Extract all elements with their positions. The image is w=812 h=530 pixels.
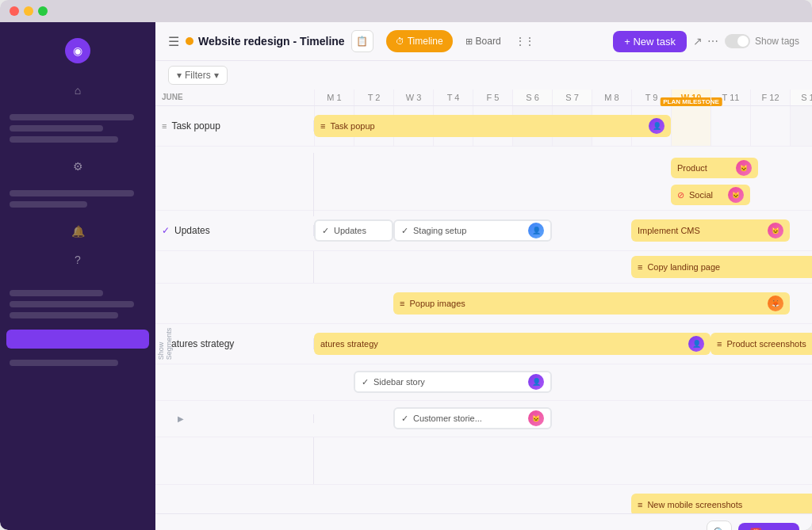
app-logo[interactable]: ◉ <box>65 38 90 63</box>
task-bar-product-screenshots[interactable]: ≡ Product screenshots 🦊 <box>710 333 812 355</box>
task-label-text: atures strategy <box>171 338 234 349</box>
maximize-button[interactable] <box>38 6 48 16</box>
bar-icon: ≡ <box>400 299 404 308</box>
cal-col-m1: M 1 <box>314 90 354 105</box>
filters-button[interactable]: ▾ Filters ▾ <box>168 66 228 85</box>
sidebar-item-notifications[interactable]: 🔔 <box>65 219 90 244</box>
tab-timeline[interactable]: ⏱ Timeline <box>386 30 453 52</box>
task-bar-sidebar-story[interactable]: ✓ Sidebar story 👤 <box>354 371 552 393</box>
bar-label: Copy landing page <box>647 262 720 272</box>
bar-label: New mobile screenshots <box>647 500 742 509</box>
task-bar-product[interactable]: Product 🐱 <box>671 158 758 178</box>
bottom-bar: 🔍 📅 2022 <box>155 513 812 530</box>
sidebar-placeholder <box>10 360 118 366</box>
avatar: 🐱 <box>768 223 783 238</box>
bar-label: Product <box>677 163 707 173</box>
task-bar-social[interactable]: ⊘ Social 🐱 <box>671 185 750 205</box>
cal-col-f5: F 5 <box>473 90 512 105</box>
task-bar-task-popup[interactable]: ≡ Task popup 👤 <box>314 115 671 137</box>
avatar: 🐱 <box>528 410 544 426</box>
minimize-button[interactable] <box>24 6 33 16</box>
sidebar-placeholder <box>10 136 118 143</box>
more-views-icon[interactable]: ⋮⋮ <box>514 30 536 52</box>
sidebar-placeholder <box>10 301 134 307</box>
task-icon: ≡ <box>162 121 167 131</box>
more-options-icon[interactable]: ⋯ <box>707 35 718 48</box>
show-tags-label: Show tags <box>755 36 799 47</box>
new-task-button[interactable]: + New task <box>613 31 687 52</box>
sidebar-placeholder <box>10 201 87 208</box>
bar-label: Staging setup <box>413 226 466 235</box>
project-title: Website redesign - Timeline <box>198 35 345 48</box>
task-bar-updates-label[interactable]: ✓ Updates <box>314 219 393 242</box>
year-button[interactable]: 📅 2022 <box>738 523 799 531</box>
sidebar-item-help[interactable]: ? <box>65 247 90 273</box>
cal-col-t4: T 4 <box>433 90 473 105</box>
bar-label: Popup images <box>409 299 465 308</box>
sidebar-active-item[interactable] <box>6 330 149 349</box>
bar-label: Updates <box>334 226 366 235</box>
cal-col-s13: S 13 <box>790 90 812 105</box>
cal-col-s7: S 7 <box>552 90 592 105</box>
check-icon: ✓ <box>162 225 170 236</box>
task-bar-popup-images[interactable]: ≡ Popup images 🦊 <box>393 292 790 315</box>
spacer-row <box>155 437 812 485</box>
bar-label: Task popup <box>330 121 374 131</box>
task-label-updates: ✓ Updates <box>155 225 314 236</box>
avatar: 👤 <box>649 118 665 134</box>
task-bar-staging-setup[interactable]: ✓ Staging setup 👤 <box>393 219 552 242</box>
cal-col-t2: T 2 <box>354 90 393 105</box>
window: ◉ ⌂ ⚙ 🔔 ? <box>0 0 812 530</box>
sidebar-placeholder <box>10 312 118 318</box>
task-label-empty <box>155 153 314 216</box>
cal-col-s6: S 6 <box>512 90 552 105</box>
gantt-cell <box>710 106 750 146</box>
task-bar-copy-landing-page[interactable]: ≡ Copy landing page <box>631 256 812 278</box>
timeline-icon: ⏱ <box>396 36 404 46</box>
share-icon[interactable]: ↗ <box>693 35 703 48</box>
avatar: 👤 <box>688 336 704 352</box>
sidebar-item-settings[interactable]: ⚙ <box>65 154 90 179</box>
timeline-container[interactable]: JUNE M 1 T 2 W 3 T 4 F 5 S 6 S 7 M 8 T 9 <box>155 90 812 513</box>
check-icon: ✓ <box>401 226 408 236</box>
sidebar-item-home[interactable]: ⌂ <box>65 78 90 103</box>
empty-label <box>155 437 314 484</box>
menu-icon[interactable]: ☰ <box>168 34 179 49</box>
check-icon: ✓ <box>322 226 329 236</box>
calendar-header: JUNE M 1 T 2 W 3 T 4 F 5 S 6 S 7 M 8 T 9 <box>155 90 812 106</box>
show-tags-toggle[interactable] <box>725 34 750 48</box>
task-bar-implement-cms[interactable]: Implement CMS 🐱 <box>631 219 790 242</box>
task-bar-features-strategy[interactable]: atures strategy 👤 <box>314 333 710 355</box>
avatar: 👤 <box>528 223 544 238</box>
sidebar-placeholder <box>10 125 103 132</box>
gantt-cell <box>750 106 790 146</box>
cal-col-f12: F 12 <box>750 90 790 105</box>
bar-label: atures strategy <box>320 339 378 349</box>
bar-icon: ≡ <box>717 339 722 349</box>
window-titlebar <box>0 0 812 22</box>
gantt-cell-weekend <box>790 106 812 146</box>
expand-icon[interactable]: ▶ <box>178 414 184 423</box>
project-icon-button[interactable]: 📋 <box>351 30 373 52</box>
empty-gantt <box>314 437 812 484</box>
window-content: ◉ ⌂ ⚙ 🔔 ? <box>0 22 812 530</box>
toggle-knob <box>737 36 749 47</box>
month-label: JUNE <box>155 90 314 105</box>
check-icon: ✓ <box>362 377 369 387</box>
check-icon: ✓ <box>401 414 408 424</box>
tab-board[interactable]: ⊞ Board <box>456 30 511 52</box>
bar-icon: ≡ <box>638 500 642 509</box>
task-bar-new-mobile-screenshots[interactable]: ≡ New mobile screenshots 🦊 <box>631 494 812 513</box>
task-label-empty <box>155 251 314 283</box>
sidebar: ◉ ⌂ ⚙ 🔔 ? <box>0 22 155 530</box>
task-label-task-popup: ≡ Task popup <box>155 120 314 132</box>
avatar: 👤 <box>528 374 544 390</box>
close-button[interactable] <box>10 6 19 16</box>
avatar: 🐱 <box>736 160 752 176</box>
task-bar-customer-stories[interactable]: ✓ Customer storie... 🐱 <box>393 407 552 429</box>
filter-icon: ▾ <box>177 70 182 81</box>
bar-label: Sidebar story <box>373 377 425 387</box>
search-button[interactable]: 🔍 <box>707 520 732 530</box>
bar-label: Customer storie... <box>413 414 482 423</box>
project-color-dot <box>186 37 193 45</box>
